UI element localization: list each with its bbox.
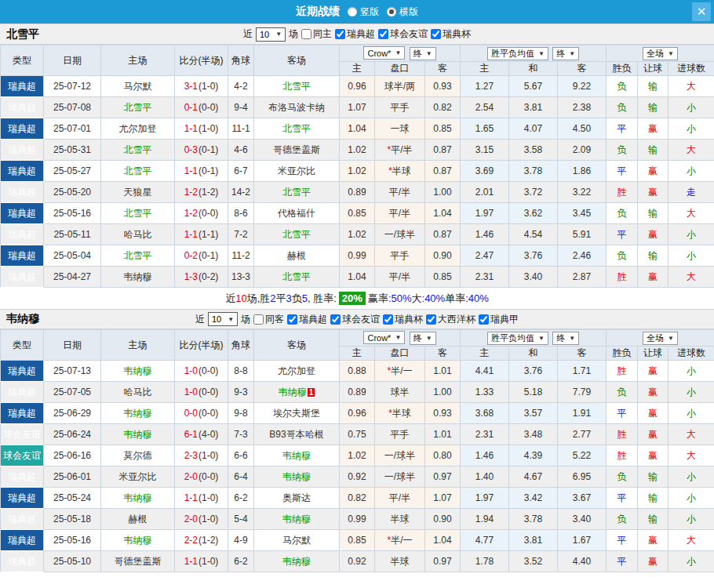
halftime-score: (1-1) [199, 229, 218, 240]
odds-away-cell: 0.85 [425, 267, 461, 288]
avg-draw-cell: 3.42 [509, 488, 558, 509]
date-cell: 25-07-05 [44, 382, 101, 403]
match-row: 瑞典超25-07-12马尔默3-1(1-0)4-2北雪平0.96球半/两0.93… [1, 76, 714, 97]
layout-radio-vertical[interactable]: 竖版 [348, 5, 379, 19]
fulltime-scope-dropdown[interactable]: 全场▼ [643, 47, 678, 60]
games-suffix-label: 场 [241, 313, 250, 326]
league-filter-checkbox[interactable]: 大西洋杯 [426, 313, 475, 326]
odds-home-cell: 0.85 [340, 530, 375, 551]
avg-source-dropdown[interactable]: 胜平负均值▼ [487, 332, 548, 345]
summary-segment: 大 [412, 292, 422, 306]
avg-away-cell: 6.95 [558, 466, 607, 488]
league-checkbox-input[interactable] [330, 314, 341, 325]
fulltime-scope-dropdown[interactable]: 全场▼ [643, 332, 678, 345]
halftime-score: (0-1) [199, 250, 218, 261]
away-team-cell: 北雪平 [254, 182, 340, 203]
home-team-name: 韦纳穆 [124, 365, 152, 376]
chevron-down-icon: ▼ [228, 316, 234, 323]
avg-draw-cell: 5.18 [509, 382, 558, 403]
date-cell: 25-07-13 [44, 361, 101, 382]
summary-segment: :40% [465, 292, 489, 304]
goals-result-cell: 小 [668, 488, 714, 509]
same-venue-label: 同主 [313, 27, 332, 41]
col-type: 类型 [1, 330, 44, 361]
score-cell: 1-3(0-2) [175, 267, 228, 288]
league-checkbox-input[interactable] [431, 29, 441, 39]
odds-home-cell: 0.99 [340, 509, 375, 530]
corners-cell: 8-8 [228, 361, 254, 382]
league-checkbox-input[interactable] [378, 29, 388, 39]
odds-home-cell: 1.02 [340, 224, 375, 245]
avg-final-dropdown[interactable]: 终▼ [552, 332, 579, 345]
handicap-cell: 平手 [375, 424, 425, 445]
same-venue-checkbox[interactable]: 同主 [301, 27, 332, 41]
league-checkbox-input[interactable] [426, 314, 436, 325]
league-checkbox-input[interactable] [383, 314, 393, 325]
odds-away-cell: 0.80 [425, 445, 461, 466]
date-cell: 25-06-24 [44, 424, 101, 445]
league-filter-group-1: 瑞典超球会友谊瑞典杯 [335, 27, 471, 41]
score-cell: 0-3(0-1) [175, 140, 228, 161]
home-team-cell: 韦纳穆 [101, 424, 175, 445]
same-venue-checkbox-input[interactable] [301, 29, 311, 39]
avg-final-dropdown[interactable]: 终▼ [552, 47, 579, 60]
home-team-name: 韦纳穆 [124, 408, 152, 419]
league-filter-checkbox[interactable]: 瑞典超 [287, 313, 327, 326]
odds-final-label: 终 [413, 48, 422, 60]
handicap-cell: 半球 [375, 551, 425, 572]
league-filter-checkbox[interactable]: 瑞典杯 [431, 27, 471, 41]
chevron-down-icon: ▼ [275, 31, 282, 38]
avg-home-cell: 1.40 [461, 466, 509, 488]
league-checkbox-input[interactable] [335, 29, 345, 39]
league-checkbox-input[interactable] [287, 314, 297, 325]
odds-final-dropdown[interactable]: 终▼ [410, 332, 436, 345]
odds-source-dropdown[interactable]: Crow*▼ [363, 331, 405, 344]
same-venue-checkbox-input[interactable] [253, 314, 264, 325]
recent-prefix-label: 近 [195, 313, 205, 326]
handicap-star: * [388, 408, 392, 419]
fulltime-score: 0-0 [184, 408, 198, 419]
away-team-name: 米亚尔比 [278, 165, 315, 176]
odds-source-dropdown[interactable]: Crow*▼ [363, 46, 405, 60]
league-checkbox-input[interactable] [479, 314, 489, 325]
goals-result-cell: 小 [668, 118, 714, 140]
away-team-cell: 韦纳穆 [254, 551, 340, 572]
match-row: 瑞典超25-05-16韦纳穆2-2(1-2)4-9马尔默0.85*半/一1.04… [1, 530, 714, 551]
home-team-name: 北雪平 [124, 102, 152, 113]
same-venue-checkbox-2[interactable]: 同客 [253, 313, 284, 326]
recent-count-select[interactable]: 10 ▼ [256, 27, 286, 42]
away-team-cell: 北雪平 [254, 224, 340, 245]
league-filter-checkbox[interactable]: 瑞典杯 [383, 313, 423, 326]
away-team-name: 马尔默 [282, 535, 311, 546]
layout-radio-horizontal[interactable]: 横版 [387, 5, 418, 19]
league-filter-checkbox[interactable]: 瑞典甲 [479, 313, 519, 326]
avg-away-cell: 1.67 [558, 530, 607, 551]
avg-away-cell: 3.67 [558, 488, 607, 509]
handicap-result-cell: 输 [638, 488, 668, 509]
league-cell: 瑞典超 [1, 140, 44, 161]
goals-result-cell: 小 [668, 361, 714, 382]
home-team-cell: 天狼星 [101, 182, 175, 203]
odds-away-cell: 1.00 [425, 382, 461, 403]
fulltime-group-header: 全场▼ [607, 330, 714, 347]
close-icon[interactable]: ✕ [692, 2, 711, 21]
halftime-score: (1-2) [199, 187, 218, 198]
league-filter-checkbox[interactable]: 球会友谊 [378, 27, 428, 41]
result-cell: 负 [607, 466, 638, 488]
score-cell: 2-3(1-0) [175, 445, 228, 466]
recent-count-select-2[interactable]: 10 ▼ [208, 312, 238, 326]
avg-source-dropdown[interactable]: 胜平负均值▼ [487, 47, 548, 60]
avg-home-cell: 1.46 [461, 445, 509, 466]
league-filter-checkbox[interactable]: 球会友谊 [330, 313, 380, 326]
score-cell: 1-1(0-1) [175, 161, 228, 182]
avg-away-cell: 3.40 [558, 509, 607, 530]
chevron-down-icon: ▼ [395, 334, 401, 341]
fulltime-score: 0-2 [184, 250, 198, 261]
league-filter-checkbox[interactable]: 瑞典超 [335, 27, 375, 41]
odds-final-dropdown[interactable]: 终▼ [410, 47, 436, 60]
away-team-name: 代格福什 [278, 208, 315, 219]
home-team-cell: 哈马比 [101, 224, 175, 245]
goals-result-cell: 小 [668, 403, 714, 424]
result-cell: 平 [607, 224, 638, 245]
col-let: 让球 [638, 347, 668, 361]
